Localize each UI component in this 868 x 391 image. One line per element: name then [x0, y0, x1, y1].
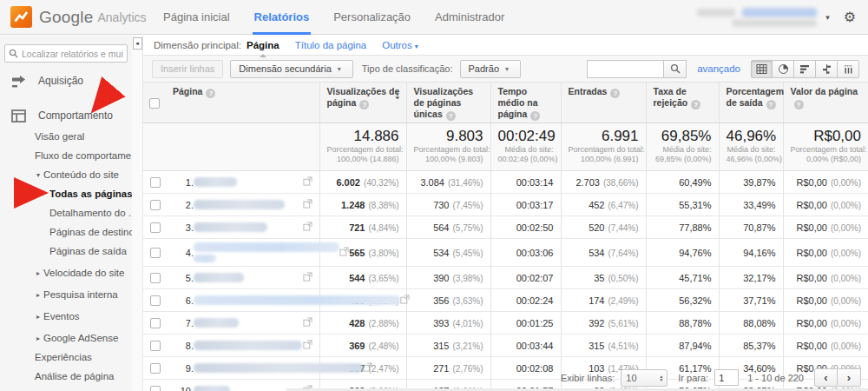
select-all-checkbox-cell: [143, 83, 166, 123]
google-analytics-logo[interactable]: Google Analytics: [10, 6, 139, 28]
column-header-entradas[interactable]: Entradas?: [561, 83, 646, 123]
exit-percentage-value: 39,87%: [743, 177, 775, 188]
page-name-redacted[interactable]: [194, 295, 400, 305]
sidebar-item-todas-as-paginas[interactable]: Todas as páginas: [0, 184, 132, 203]
column-header-taxa-de-rejeicao[interactable]: Taxa de rejeição?: [646, 83, 719, 123]
nav-administrador[interactable]: Administrador: [423, 0, 516, 35]
sidebar-item-google-adsense[interactable]: ▸Google AdSense: [0, 328, 132, 348]
exit-percentage: 37,71%: [719, 289, 783, 312]
pivot-view-icon[interactable]: [838, 60, 859, 78]
help-icon[interactable]: ?: [206, 89, 215, 98]
sidebar-item-conteudo-do-site[interactable]: ▾Conteúdo do site: [0, 165, 132, 184]
open-page-external-icon[interactable]: [400, 295, 410, 306]
account-caret-icon[interactable]: ▾: [825, 13, 830, 22]
column-header-tempo-medio-na-pagina[interactable]: Tempo médio na página?: [490, 83, 561, 123]
sidebar-item-detalhamento-do[interactable]: Detalhamento do ...: [0, 203, 132, 222]
sidebar-item-pesquisa-interna[interactable]: ▸Pesquisa interna: [0, 285, 132, 304]
row-checkbox[interactable]: [150, 295, 161, 306]
unique-pageviews-percent: (3,21%): [452, 341, 483, 351]
row-checkbox[interactable]: [150, 318, 161, 328]
row-checkbox[interactable]: [150, 386, 161, 391]
nav-pagina-inicial[interactable]: Página inicial: [151, 0, 242, 35]
dimension-outros-dropdown[interactable]: Outros▾: [382, 40, 422, 50]
open-page-external-icon[interactable]: [363, 362, 372, 374]
help-icon[interactable]: ?: [766, 100, 776, 109]
sidebar-search-box[interactable]: [4, 44, 128, 63]
page-name-redacted[interactable]: [194, 386, 230, 391]
column-header-pagina[interactable]: Página?: [166, 83, 319, 123]
open-page-external-icon[interactable]: [303, 340, 312, 351]
page-name-redacted[interactable]: [194, 363, 363, 373]
sort-type-button[interactable]: Padrão ▾: [460, 60, 522, 78]
column-header-valor-da-pagina[interactable]: Valor da página?: [783, 83, 868, 123]
help-icon[interactable]: ?: [359, 100, 369, 109]
search-input[interactable]: [22, 49, 123, 59]
row-checkbox[interactable]: [150, 273, 161, 283]
sidebar-item-velocidade-do-site[interactable]: ▸Velocidade do site: [0, 263, 132, 282]
open-page-external-icon[interactable]: [303, 199, 312, 210]
open-page-external-icon[interactable]: [303, 222, 312, 233]
goto-page-input[interactable]: [714, 369, 739, 386]
next-page-button[interactable]: ›: [838, 368, 861, 387]
table-search-button[interactable]: [663, 60, 687, 78]
dimension-titulo-tab[interactable]: Título da página: [295, 40, 366, 50]
sidebar-collapse-icon[interactable]: ◂: [133, 37, 142, 50]
sidebar-item-comportamento[interactable]: Comportamento: [0, 104, 132, 127]
row-checkbox[interactable]: [150, 248, 161, 258]
table-search-input[interactable]: [587, 60, 663, 78]
column-header-porcentagem-de-saida[interactable]: Porcentagem de saída?: [719, 83, 783, 123]
row-checkbox[interactable]: [150, 200, 161, 210]
help-icon[interactable]: ?: [794, 100, 804, 109]
help-icon[interactable]: ?: [610, 89, 620, 98]
bounce-rate: 45,71%: [646, 267, 719, 289]
help-icon[interactable]: ?: [691, 100, 700, 109]
open-page-external-icon[interactable]: [303, 317, 312, 328]
page-name-redacted[interactable]: [194, 341, 302, 350]
sidebar-item-analise-de-pagina[interactable]: Análise de página: [0, 367, 132, 386]
page-name-redacted[interactable]: [194, 177, 237, 187]
page-cell: 3.: [166, 216, 319, 239]
page-name-redacted[interactable]: [194, 242, 339, 262]
previous-page-button[interactable]: ‹: [814, 368, 838, 387]
insert-rows-button[interactable]: Inserir linhas: [152, 60, 223, 78]
logo-google-text: Google: [39, 8, 93, 27]
page-name-redacted[interactable]: [194, 222, 267, 232]
sidebar-item-experiencias[interactable]: Experiências: [0, 348, 132, 367]
sidebar-item-aquisicao[interactable]: Aquisição: [0, 70, 132, 92]
data-table-view-icon[interactable]: [751, 60, 773, 78]
sidebar-item-paginas-de-destino[interactable]: Páginas de destino: [0, 222, 132, 242]
open-page-external-icon[interactable]: [303, 176, 312, 188]
sidebar-item-fluxo-de-comportame[interactable]: Fluxo de comportame...: [0, 146, 132, 165]
redacted-blob: [194, 177, 237, 187]
dimension-pagina-tab[interactable]: Página: [247, 40, 279, 50]
rows-per-page-select[interactable]: 10 ▴▾: [621, 369, 667, 387]
advanced-search-link[interactable]: avançado: [697, 63, 740, 74]
percentage-view-icon[interactable]: [773, 60, 794, 78]
open-page-external-icon[interactable]: [303, 272, 312, 283]
row-checkbox[interactable]: [150, 341, 161, 351]
page-name-redacted[interactable]: [194, 318, 239, 328]
select-all-checkbox[interactable]: [149, 98, 160, 109]
open-page-external-icon[interactable]: [339, 247, 349, 258]
comparison-view-icon[interactable]: [816, 60, 838, 78]
help-icon[interactable]: ?: [530, 111, 540, 121]
help-icon[interactable]: ?: [446, 111, 456, 121]
nav-personalizacao[interactable]: Personalização: [321, 0, 423, 35]
secondary-dimension-button[interactable]: Dimensão secundária ▾: [230, 60, 352, 78]
sidebar-item-eventos[interactable]: ▸Eventos: [0, 307, 132, 326]
row-checkbox[interactable]: [150, 363, 161, 374]
page-name-redacted[interactable]: [194, 200, 285, 209]
row-checkbox[interactable]: [150, 177, 161, 188]
sidebar-item-paginas-de-saida[interactable]: Páginas de saída: [0, 242, 132, 261]
row-checkbox[interactable]: [150, 222, 161, 233]
column-header-visualizacoes-de-paginas-unicas[interactable]: Visualizações de páginas únicas?: [406, 83, 490, 123]
account-menu[interactable]: [697, 8, 817, 27]
page-name-redacted[interactable]: [194, 273, 244, 282]
nav-relatorios[interactable]: Relatórios: [242, 0, 322, 35]
sidebar-item-visao-geral[interactable]: Visão geral: [0, 127, 132, 146]
row-checkbox-cell: [143, 312, 166, 335]
column-header-visualizacoes-de-pagina[interactable]: Visualizações de página?↓: [319, 83, 406, 123]
performance-view-icon[interactable]: [794, 60, 816, 78]
page-cell: 5.: [166, 267, 319, 289]
gear-icon[interactable]: ⚙: [844, 9, 856, 25]
